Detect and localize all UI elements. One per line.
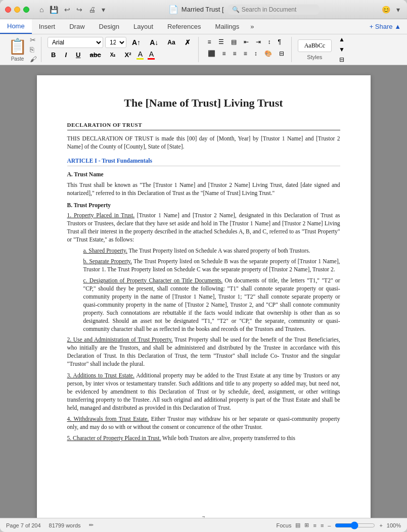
font-size-select[interactable]: 12 (105, 37, 126, 48)
search-bar[interactable]: 🔍 (228, 5, 319, 15)
zoom-minus[interactable]: – (328, 522, 331, 528)
underline-button[interactable]: U (72, 50, 84, 60)
intro-paragraph: THIS DECLARATION OF TRUST is made this [… (67, 134, 340, 151)
styles-up-button[interactable]: ▲ (336, 34, 348, 44)
decrease-indent-button[interactable]: ⇤ (241, 37, 252, 47)
page-info: Page 7 of 204 (6, 522, 41, 528)
styles-arrows: ▲ ▼ ⊟ (336, 34, 348, 65)
font-color-button[interactable]: A (137, 50, 144, 60)
search-icon: 🔍 (232, 6, 240, 13)
font-grow-button[interactable]: A↑ (128, 37, 144, 48)
italic-button[interactable]: I (61, 50, 70, 60)
share-button[interactable]: + Share ▲ (364, 21, 407, 32)
styles-more-button[interactable]: ⊟ (336, 55, 348, 65)
emoji-icon[interactable]: 😊 (380, 5, 392, 15)
focus-button[interactable]: Focus (276, 522, 291, 528)
search-input[interactable] (242, 6, 312, 13)
para-row2: ⬛ ≡ ≡ ≡ ↕ 🎨 ⊟ (205, 49, 287, 59)
tab-home[interactable]: Home (0, 19, 32, 34)
cut-icon[interactable]: ✂ (30, 36, 37, 44)
paste-group: 📋 Paste ✂ ⎘ 🖌 (4, 37, 41, 62)
align-icon[interactable]: ≡ (321, 522, 324, 528)
close-button[interactable] (5, 7, 11, 13)
sub-c: c. Designation of Property Character on … (83, 276, 340, 333)
more-menu-icon[interactable]: ▾ (394, 5, 402, 15)
layout-icon2[interactable]: ⊞ (304, 522, 309, 528)
list-icon[interactable]: ≡ (313, 522, 316, 528)
paste-label: Paste (11, 56, 24, 62)
numbering-button[interactable]: ☰ (215, 37, 227, 47)
tab-mailings[interactable]: Mailings (208, 20, 247, 33)
strikethrough-button[interactable]: abc (86, 50, 104, 60)
font-row2: B I U abc X₂ X² A A (48, 50, 155, 60)
zoom-plus[interactable]: + (379, 522, 382, 528)
tab-draw[interactable]: Draw (62, 20, 92, 33)
section-b2-label: 2. Use and Administration of Trust Prope… (67, 336, 173, 343)
edit-icon[interactable]: ✏ (89, 522, 94, 528)
show-marks-button[interactable]: ¶ (275, 37, 284, 47)
sub-b: b. Separate Property. The Trust Property… (83, 257, 340, 273)
zoom-slider[interactable] (335, 521, 375, 529)
bold-button[interactable]: B (48, 50, 59, 60)
subscript-button[interactable]: X₂ (107, 51, 119, 59)
align-right-button[interactable]: ≡ (230, 49, 240, 59)
print-icon[interactable]: 🖨 (86, 5, 98, 15)
font-shrink-button[interactable]: A↓ (146, 37, 162, 48)
line-spacing-button[interactable]: ↕ (251, 49, 260, 59)
maximize-button[interactable] (23, 7, 29, 13)
highlight-color-button[interactable]: A (148, 50, 155, 60)
change-case-button[interactable]: Aa (164, 37, 178, 47)
section-b1-label: 1. Property Placed in Trust. (67, 212, 135, 218)
sub-c-text: On documents of title, the letters "T1,"… (83, 277, 340, 332)
tab-insert[interactable]: Insert (32, 20, 63, 33)
app-window: ⌂ 💾 ↩ ↪ 🖨 ▾ 📄 Married Trust [ 🔍 😊 ▾ Home (0, 0, 407, 532)
doc-icon: 📄 (168, 5, 178, 14)
increase-indent-button[interactable]: ⇥ (253, 37, 264, 47)
styles-label: Styles (307, 54, 322, 60)
superscript-button[interactable]: X² (121, 50, 134, 60)
styles-down-button[interactable]: ▼ (336, 44, 348, 55)
minimize-button[interactable] (14, 7, 20, 13)
layout-icon1[interactable]: ▤ (295, 522, 300, 528)
traffic-lights (5, 7, 29, 13)
section-a-text: This Trust shall be known as "The [Trust… (67, 181, 340, 197)
section-b4-label: 4. Withdrawals from Trust Estate. (67, 416, 149, 422)
paste-icon[interactable]: 📋 (8, 37, 27, 55)
section-b5: 5. Character of Property Placed in Trust… (67, 434, 340, 442)
tab-layout[interactable]: Layout (126, 20, 160, 33)
tab-references[interactable]: References (160, 20, 208, 33)
copy-icon[interactable]: ⎘ (30, 45, 37, 54)
format-painter-icon[interactable]: 🖌 (30, 55, 37, 63)
borders-button[interactable]: ⊟ (276, 49, 287, 59)
undo-icon[interactable]: ↩ (62, 5, 72, 15)
bullets-button[interactable]: ≡ (205, 37, 214, 47)
home-icon[interactable]: ⌂ (37, 5, 46, 15)
align-center-button[interactable]: ≡ (219, 49, 229, 59)
styles-preview: AaBbCc (298, 39, 332, 52)
multilevel-button[interactable]: ▤ (228, 37, 240, 47)
shading-button[interactable]: 🎨 (261, 49, 275, 59)
nav-icons: ⌂ 💾 ↩ ↪ 🖨 ▾ (37, 5, 107, 15)
doc-page: The [Name of Trust] Living Trust DECLARA… (37, 75, 371, 518)
section-b3-label: 3. Additions to Trust Estate. (67, 372, 134, 378)
titlebar-right: 😊 ▾ (380, 5, 402, 15)
clear-format-button[interactable]: ✗ (181, 37, 194, 48)
sub-a-text: The Trust Property listed on Schedule A … (129, 248, 310, 254)
sort-button[interactable]: ↕ (265, 37, 274, 47)
section-b1: 1. Property Placed in Trust. [Trustor 1 … (67, 211, 340, 244)
tab-design[interactable]: Design (92, 20, 126, 33)
font-family-select[interactable]: Arial (48, 37, 103, 48)
sub-a: a. Shared Property. The Trust Property l… (83, 247, 340, 255)
justify-button[interactable]: ≡ (241, 49, 250, 59)
document-area[interactable]: The [Name of Trust] Living Trust DECLARA… (0, 65, 407, 518)
ribbon-more[interactable]: » (246, 20, 258, 33)
statusbar-right: Focus ▤ ⊞ ≡ ≡ – + 100% (276, 521, 401, 529)
more-icon[interactable]: ▾ (100, 5, 107, 15)
article1-header: ARTICLE I - Trust Fundamentals (67, 157, 340, 166)
section-b2: 2. Use and Administration of Trust Prope… (67, 335, 340, 368)
declaration-header: DECLARATION OF TRUST (67, 121, 340, 130)
save-icon[interactable]: 💾 (48, 5, 60, 15)
align-left-button[interactable]: ⬛ (205, 49, 218, 59)
doc-main-title: The [Name of Trust] Living Trust (67, 95, 340, 111)
redo-icon[interactable]: ↪ (74, 5, 84, 15)
